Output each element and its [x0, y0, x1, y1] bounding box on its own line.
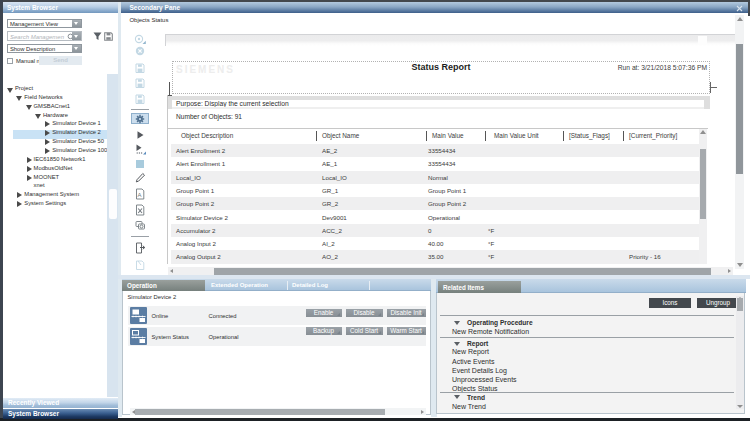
svg-text:A: A	[138, 192, 142, 198]
